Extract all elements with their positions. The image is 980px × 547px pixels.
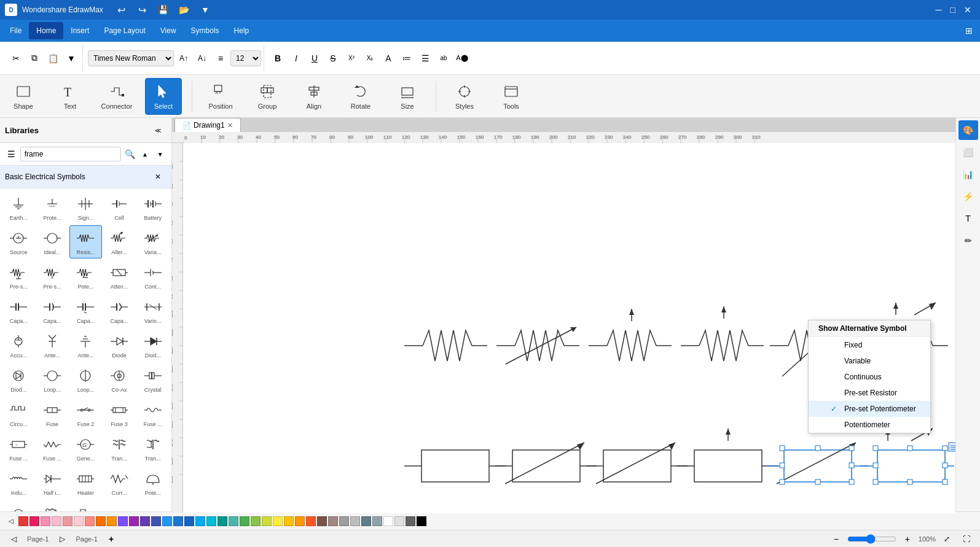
save-button[interactable]: 💾 (155, 1, 172, 18)
symbol-trans2[interactable]: Tran... (136, 432, 169, 465)
symbol-circuit[interactable]: Circu... (2, 397, 35, 430)
styles-tool[interactable]: Styles (446, 78, 483, 115)
size-tool[interactable]: Size (389, 78, 426, 115)
context-menu-preset-potentiometer[interactable]: ✓ Pre-set Potentiometer (809, 401, 930, 417)
bullet-list-button[interactable]: ≔ (398, 50, 415, 67)
symbol-pickup[interactable]: Picku... (36, 500, 69, 511)
position-tool[interactable]: XY Position (202, 78, 239, 115)
style-panel-button[interactable]: 🎨 (958, 120, 978, 140)
shape-panel-button[interactable]: ⬜ (958, 142, 978, 162)
symbol-vario[interactable]: Vario... (136, 294, 169, 327)
context-menu-variable[interactable]: Variable (809, 353, 930, 369)
color-white[interactable] (383, 516, 393, 526)
menu-help[interactable]: Help (227, 22, 257, 39)
color-red[interactable] (18, 516, 28, 526)
fullscreen-button[interactable]: ⛶ (958, 530, 975, 548)
page-nav-left-button[interactable]: ◁ (5, 530, 22, 548)
symbol-protection[interactable]: Prote... (36, 191, 69, 224)
symbol-fuse[interactable]: Fuse (36, 397, 69, 430)
symbol-earth[interactable]: Earth... (2, 191, 35, 224)
color-orange3[interactable] (107, 516, 117, 526)
color-teal1[interactable] (218, 516, 227, 526)
color-pink[interactable] (29, 516, 39, 526)
text-align-button[interactable]: ≡ (212, 50, 229, 67)
connector-tool[interactable]: Connector (98, 78, 135, 115)
minimize-button[interactable]: ─ (932, 5, 946, 15)
close-window-button[interactable]: ✕ (960, 5, 975, 15)
page-nav-right-button[interactable]: ▷ (53, 530, 71, 548)
sidebar-collapse-button[interactable]: ≪ (149, 122, 167, 139)
fit-page-button[interactable]: ⤢ (938, 530, 955, 548)
color-green1[interactable] (240, 516, 249, 526)
paste-options-button[interactable]: ▼ (63, 50, 80, 67)
symbol-diode[interactable]: Diode (103, 328, 136, 362)
italic-button[interactable]: I (288, 50, 305, 67)
number-list-button[interactable]: ☰ (417, 50, 434, 67)
zoom-out-button[interactable]: − (828, 530, 845, 548)
font-size-decrease-button[interactable]: A↓ (194, 50, 211, 67)
context-menu-potentiometer[interactable]: Potentiometer (809, 417, 930, 433)
color-green2[interactable] (251, 516, 261, 526)
data-panel-button[interactable]: 📊 (958, 165, 978, 184)
color-red3[interactable] (74, 516, 84, 526)
symbol-halfi[interactable]: Half i... (36, 466, 69, 499)
color-yellow1[interactable] (273, 516, 283, 526)
symbol-ideal[interactable]: Ideal... (36, 225, 69, 258)
symbol-fuse3[interactable]: Fuse 3 (103, 397, 136, 430)
select-tool[interactable]: Select (145, 78, 182, 115)
symbol-pulse[interactable]: Pulse (69, 500, 102, 511)
symbol-cont[interactable]: Cont... (136, 260, 169, 293)
symbol-panel-button[interactable]: ⚡ (958, 187, 978, 206)
color-brown2[interactable] (328, 516, 338, 526)
color-orange2[interactable] (96, 516, 106, 526)
symbol-cell[interactable]: Cell (103, 191, 136, 224)
symbol-loop1[interactable]: Loop... (36, 363, 69, 396)
superscript-button[interactable]: X² (343, 50, 360, 67)
symbol-variable[interactable]: Varia... (136, 225, 169, 258)
context-menu-preset-resistor[interactable]: Pre-set Resistor (809, 385, 930, 401)
color-darkgray[interactable] (406, 516, 415, 526)
symbol-potentiometer[interactable]: Pote... (69, 260, 102, 293)
context-menu-continuous[interactable]: Continuous (809, 369, 930, 385)
context-menu-fixed[interactable]: Fixed (809, 337, 930, 353)
color-teal2[interactable] (229, 516, 238, 526)
symbol-loop2[interactable]: Loop... (69, 363, 102, 396)
menu-page-layout[interactable]: Page Layout (96, 22, 152, 39)
add-library-button[interactable]: ☰ (5, 145, 18, 163)
symbol-preset2[interactable]: Pre-s... (36, 260, 69, 293)
symbol-antenna1[interactable]: Ante... (36, 328, 69, 362)
symbol-diode3[interactable]: Diod... (2, 363, 35, 396)
text-highlight-button[interactable]: A⬤ (453, 50, 471, 67)
symbol-coax[interactable]: Co-Ax (103, 363, 136, 396)
color-pink2[interactable] (41, 516, 50, 526)
symbol-power[interactable]: Powe... (2, 500, 35, 511)
color-blue3[interactable] (184, 516, 194, 526)
account-button[interactable]: 👤 (943, 22, 960, 39)
menu-view[interactable]: View (153, 22, 184, 39)
text-tool[interactable]: T Text (52, 78, 88, 115)
grid-button[interactable]: ⊞ (960, 22, 978, 39)
color-orange1[interactable] (85, 516, 95, 526)
color-deep-orange[interactable] (306, 516, 316, 526)
drawing-canvas[interactable]: Show Alternative Symbol Fixed Variable C… (183, 143, 955, 513)
color-pink3[interactable] (52, 516, 61, 526)
symbol-diode2[interactable]: Diod... (136, 328, 169, 362)
redo-button[interactable]: ↪ (134, 1, 151, 18)
menu-insert[interactable]: Insert (63, 22, 96, 39)
design-panel-button[interactable]: ✏ (958, 231, 978, 250)
drawing1-tab[interactable]: 📄 Drawing1 ✕ (174, 118, 241, 132)
symbol-attenuator[interactable]: Atten... (103, 260, 136, 293)
symbol-trans1[interactable]: Tran... (103, 432, 136, 465)
symbol-accum[interactable]: Accu... (2, 328, 35, 362)
symbol-current[interactable]: Curr... (103, 466, 136, 499)
font-size-increase-button[interactable]: A↑ (175, 50, 192, 67)
symbol-fuse6[interactable]: Fuse ... (36, 432, 69, 465)
group-tool[interactable]: Group (249, 78, 286, 115)
color-red2[interactable] (63, 516, 73, 526)
color-bluegray[interactable] (361, 516, 371, 526)
shape-tool[interactable]: Shape (5, 78, 42, 115)
zoom-in-button[interactable]: + (899, 530, 916, 548)
scroll-up-button[interactable]: ▲ (139, 145, 152, 163)
symbol-alternator[interactable]: Alter... (103, 225, 136, 258)
font-size-select[interactable]: 12 (230, 50, 261, 66)
